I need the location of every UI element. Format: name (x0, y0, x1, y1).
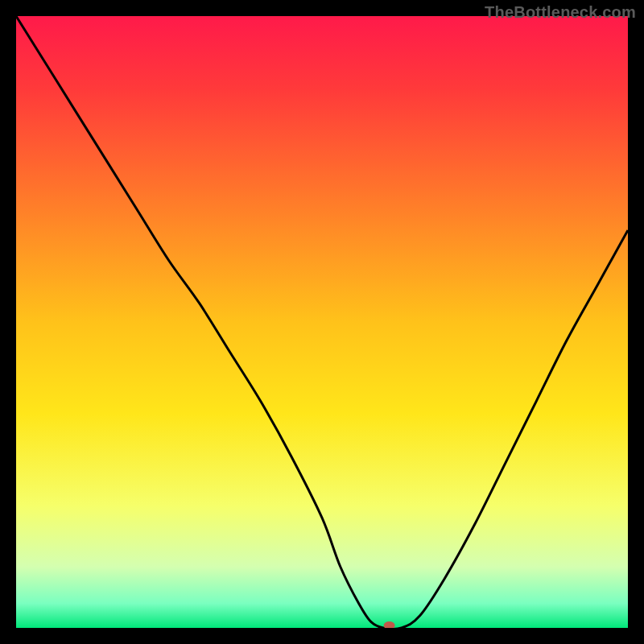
gradient-background (16, 16, 628, 628)
watermark-text: TheBottleneck.com (485, 3, 636, 22)
bottleneck-chart (16, 16, 628, 628)
chart-svg (16, 16, 628, 628)
